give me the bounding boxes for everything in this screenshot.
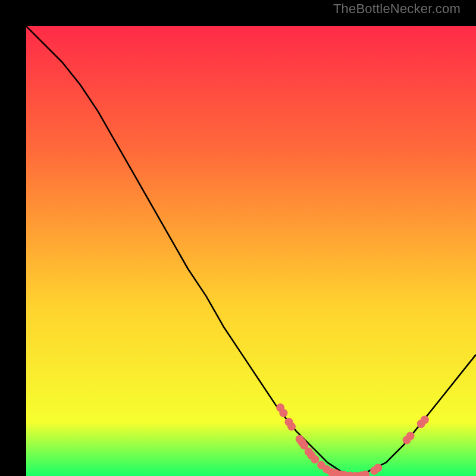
chart-frame	[13, 13, 463, 463]
bottleneck-chart	[26, 26, 476, 476]
curve-marker	[421, 416, 429, 424]
watermark-text: TheBottleNecker.com	[333, 1, 461, 17]
curve-marker	[374, 464, 382, 472]
gradient-background	[26, 26, 476, 476]
curve-marker	[279, 409, 287, 417]
curve-marker	[287, 422, 296, 431]
curve-marker	[406, 432, 415, 440]
curve-marker	[311, 455, 319, 464]
